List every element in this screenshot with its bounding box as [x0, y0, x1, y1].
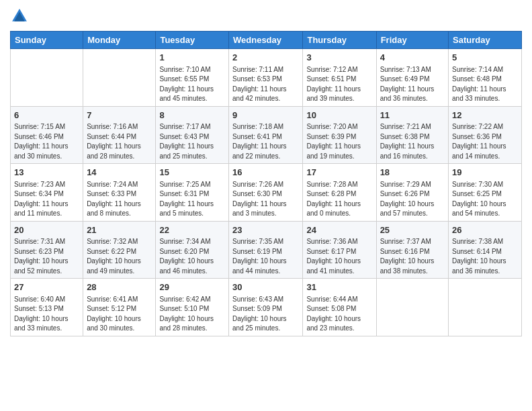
- calendar-cell: 7Sunrise: 7:16 AM Sunset: 6:44 PM Daylig…: [83, 106, 156, 164]
- calendar-cell: 8Sunrise: 7:17 AM Sunset: 6:43 PM Daylig…: [156, 106, 229, 164]
- day-info: Sunrise: 7:22 AM Sunset: 6:36 PM Dayligh…: [452, 123, 506, 160]
- day-info: Sunrise: 7:15 AM Sunset: 6:46 PM Dayligh…: [14, 123, 69, 160]
- day-info: Sunrise: 6:40 AM Sunset: 5:13 PM Dayligh…: [14, 295, 69, 332]
- day-number: 8: [159, 109, 225, 122]
- day-number: 22: [159, 224, 225, 236]
- calendar-cell: 28Sunrise: 6:41 AM Sunset: 5:12 PM Dayli…: [83, 279, 156, 336]
- calendar-cell: 5Sunrise: 7:14 AM Sunset: 6:48 PM Daylig…: [449, 49, 522, 107]
- day-number: 5: [452, 52, 518, 64]
- calendar-cell: 20Sunrise: 7:31 AM Sunset: 6:23 PM Dayli…: [11, 221, 83, 279]
- day-number: 27: [14, 281, 79, 293]
- calendar-week-row: 20Sunrise: 7:31 AM Sunset: 6:23 PM Dayli…: [11, 221, 522, 279]
- calendar-cell: [11, 49, 83, 107]
- day-number: 9: [232, 109, 299, 122]
- day-info: Sunrise: 7:17 AM Sunset: 6:43 PM Dayligh…: [159, 123, 214, 160]
- day-info: Sunrise: 7:31 AM Sunset: 6:23 PM Dayligh…: [14, 238, 69, 275]
- calendar-cell: 11Sunrise: 7:21 AM Sunset: 6:38 PM Dayli…: [376, 106, 448, 164]
- page: SundayMondayTuesdayWednesdayThursdayFrid…: [0, 0, 532, 411]
- day-info: Sunrise: 7:14 AM Sunset: 6:48 PM Dayligh…: [452, 66, 506, 103]
- calendar-cell: 13Sunrise: 7:23 AM Sunset: 6:34 PM Dayli…: [11, 164, 83, 222]
- day-info: Sunrise: 7:38 AM Sunset: 6:14 PM Dayligh…: [452, 238, 506, 275]
- calendar-cell: 18Sunrise: 7:29 AM Sunset: 6:26 PM Dayli…: [376, 164, 448, 222]
- calendar-table: SundayMondayTuesdayWednesdayThursdayFrid…: [10, 31, 522, 336]
- calendar-header-monday: Monday: [83, 32, 156, 49]
- day-number: 17: [306, 167, 372, 179]
- day-info: Sunrise: 7:23 AM Sunset: 6:34 PM Dayligh…: [14, 181, 69, 218]
- calendar-cell: 3Sunrise: 7:12 AM Sunset: 6:51 PM Daylig…: [303, 49, 376, 107]
- day-info: Sunrise: 7:34 AM Sunset: 6:20 PM Dayligh…: [159, 238, 214, 275]
- calendar-header-wednesday: Wednesday: [229, 32, 303, 49]
- day-number: 18: [380, 167, 445, 179]
- calendar-cell: 2Sunrise: 7:11 AM Sunset: 6:53 PM Daylig…: [229, 49, 303, 107]
- day-number: 31: [306, 281, 372, 293]
- calendar-cell: 12Sunrise: 7:22 AM Sunset: 6:36 PM Dayli…: [449, 106, 522, 164]
- day-number: 28: [87, 281, 152, 293]
- calendar-week-row: 6Sunrise: 7:15 AM Sunset: 6:46 PM Daylig…: [11, 106, 522, 164]
- day-number: 14: [87, 167, 152, 179]
- day-info: Sunrise: 6:41 AM Sunset: 5:12 PM Dayligh…: [87, 295, 141, 332]
- calendar-week-row: 1Sunrise: 7:10 AM Sunset: 6:55 PM Daylig…: [11, 49, 522, 107]
- day-info: Sunrise: 7:16 AM Sunset: 6:44 PM Dayligh…: [87, 123, 141, 160]
- calendar-cell: 1Sunrise: 7:10 AM Sunset: 6:55 PM Daylig…: [156, 49, 229, 107]
- calendar-cell: [376, 279, 448, 336]
- day-number: 12: [452, 109, 518, 122]
- day-info: Sunrise: 7:25 AM Sunset: 6:31 PM Dayligh…: [159, 181, 214, 218]
- calendar-cell: 4Sunrise: 7:13 AM Sunset: 6:49 PM Daylig…: [376, 49, 448, 107]
- calendar-header-row: SundayMondayTuesdayWednesdayThursdayFrid…: [11, 32, 522, 49]
- day-number: 3: [306, 52, 372, 64]
- day-number: 30: [232, 281, 299, 293]
- day-number: 20: [14, 224, 79, 236]
- day-info: Sunrise: 7:21 AM Sunset: 6:38 PM Dayligh…: [380, 123, 435, 160]
- header: [10, 7, 522, 26]
- day-number: 15: [159, 167, 225, 179]
- day-info: Sunrise: 7:10 AM Sunset: 6:55 PM Dayligh…: [159, 66, 214, 103]
- day-number: 16: [232, 167, 299, 179]
- calendar-cell: 16Sunrise: 7:26 AM Sunset: 6:30 PM Dayli…: [229, 164, 303, 222]
- day-info: Sunrise: 7:36 AM Sunset: 6:17 PM Dayligh…: [306, 238, 361, 275]
- day-info: Sunrise: 6:43 AM Sunset: 5:09 PM Dayligh…: [232, 295, 287, 332]
- day-number: 25: [380, 224, 445, 236]
- calendar-cell: 6Sunrise: 7:15 AM Sunset: 6:46 PM Daylig…: [11, 106, 83, 164]
- day-number: 4: [380, 52, 445, 64]
- day-number: 23: [232, 224, 299, 236]
- logo: [10, 7, 32, 26]
- day-info: Sunrise: 7:26 AM Sunset: 6:30 PM Dayligh…: [232, 181, 287, 218]
- calendar-cell: [83, 49, 156, 107]
- day-info: Sunrise: 7:11 AM Sunset: 6:53 PM Dayligh…: [232, 66, 287, 103]
- day-number: 24: [306, 224, 372, 236]
- day-info: Sunrise: 7:35 AM Sunset: 6:19 PM Dayligh…: [232, 238, 287, 275]
- day-info: Sunrise: 7:28 AM Sunset: 6:28 PM Dayligh…: [306, 181, 361, 218]
- calendar-cell: 10Sunrise: 7:20 AM Sunset: 6:39 PM Dayli…: [303, 106, 376, 164]
- calendar-cell: 22Sunrise: 7:34 AM Sunset: 6:20 PM Dayli…: [156, 221, 229, 279]
- calendar-week-row: 27Sunrise: 6:40 AM Sunset: 5:13 PM Dayli…: [11, 279, 522, 336]
- day-number: 2: [232, 52, 299, 64]
- calendar-cell: 21Sunrise: 7:32 AM Sunset: 6:22 PM Dayli…: [83, 221, 156, 279]
- day-info: Sunrise: 7:18 AM Sunset: 6:41 PM Dayligh…: [232, 123, 287, 160]
- calendar-cell: [449, 279, 522, 336]
- day-info: Sunrise: 7:24 AM Sunset: 6:33 PM Dayligh…: [87, 181, 141, 218]
- calendar-week-row: 13Sunrise: 7:23 AM Sunset: 6:34 PM Dayli…: [11, 164, 522, 222]
- day-number: 21: [87, 224, 152, 236]
- calendar-cell: 31Sunrise: 6:44 AM Sunset: 5:08 PM Dayli…: [303, 279, 376, 336]
- calendar-cell: 17Sunrise: 7:28 AM Sunset: 6:28 PM Dayli…: [303, 164, 376, 222]
- day-info: Sunrise: 7:30 AM Sunset: 6:25 PM Dayligh…: [452, 181, 506, 218]
- day-info: Sunrise: 6:44 AM Sunset: 5:08 PM Dayligh…: [306, 295, 361, 332]
- calendar-header-thursday: Thursday: [303, 32, 376, 49]
- day-number: 19: [452, 167, 518, 179]
- calendar-cell: 23Sunrise: 7:35 AM Sunset: 6:19 PM Dayli…: [229, 221, 303, 279]
- day-info: Sunrise: 7:32 AM Sunset: 6:22 PM Dayligh…: [87, 238, 141, 275]
- day-number: 1: [159, 52, 225, 64]
- day-info: Sunrise: 7:37 AM Sunset: 6:16 PM Dayligh…: [380, 238, 435, 275]
- calendar-header-sunday: Sunday: [11, 32, 83, 49]
- day-number: 29: [159, 281, 225, 293]
- day-number: 6: [14, 109, 79, 122]
- day-info: Sunrise: 7:12 AM Sunset: 6:51 PM Dayligh…: [306, 66, 361, 103]
- day-info: Sunrise: 7:13 AM Sunset: 6:49 PM Dayligh…: [380, 66, 435, 103]
- calendar-header-tuesday: Tuesday: [156, 32, 229, 49]
- day-info: Sunrise: 6:42 AM Sunset: 5:10 PM Dayligh…: [159, 295, 214, 332]
- day-info: Sunrise: 7:20 AM Sunset: 6:39 PM Dayligh…: [306, 123, 361, 160]
- calendar-cell: 26Sunrise: 7:38 AM Sunset: 6:14 PM Dayli…: [449, 221, 522, 279]
- day-number: 13: [14, 167, 79, 179]
- day-number: 10: [306, 109, 372, 122]
- day-number: 26: [452, 224, 518, 236]
